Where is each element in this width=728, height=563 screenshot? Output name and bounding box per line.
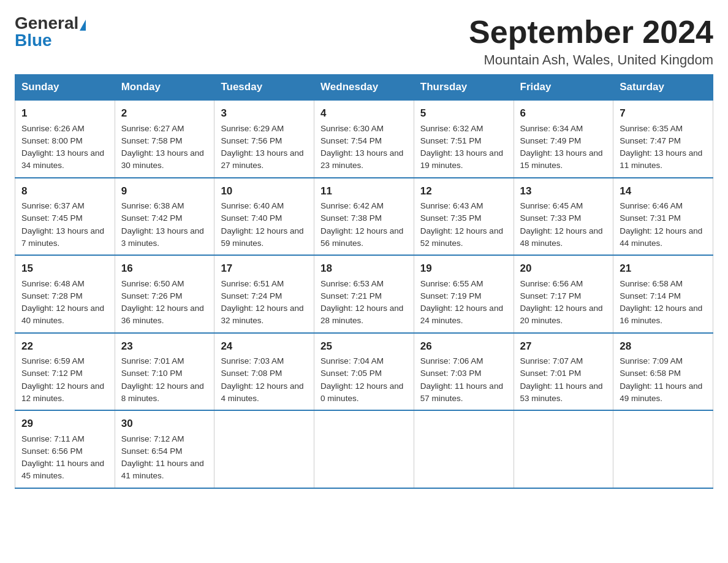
sunrise-label: Sunrise: 6:34 AM [520,124,583,133]
header-tuesday: Tuesday [214,75,314,101]
sunrise-label: Sunrise: 6:40 AM [221,201,284,210]
empty-cell-w4d3 [314,410,414,488]
empty-cell-w4d4 [414,410,514,488]
day-number: 30 [121,416,208,432]
daylight-label: Daylight: 13 hours and 11 minutes. [620,148,702,170]
day-number: 4 [320,105,408,121]
daylight-label: Daylight: 13 hours and 30 minutes. [121,148,204,170]
sunrise-label: Sunrise: 7:01 AM [121,356,184,366]
calendar-week-5: 29 Sunrise: 7:11 AM Sunset: 6:56 PM Dayl… [15,410,713,488]
calendar-day-21: 21 Sunrise: 6:58 AM Sunset: 7:14 PM Dayl… [613,255,713,333]
logo: General Blue [15,15,86,49]
daylight-label: Daylight: 13 hours and 19 minutes. [420,148,503,170]
header-thursday: Thursday [414,75,514,101]
sunset-label: Sunset: 7:42 PM [121,213,183,223]
day-number: 23 [121,339,208,354]
header-monday: Monday [115,75,214,101]
day-number: 14 [620,183,707,199]
title-section: September 2024 Mountain Ash, Wales, Unit… [469,15,713,68]
sunset-label: Sunset: 7:19 PM [420,291,482,301]
daylight-label: Daylight: 11 hours and 41 minutes. [121,459,204,480]
sunset-label: Sunset: 6:58 PM [620,369,681,378]
sunset-label: Sunset: 7:21 PM [320,291,382,301]
sunrise-label: Sunrise: 7:12 AM [121,434,184,443]
daylight-label: Daylight: 12 hours and 28 minutes. [320,304,403,325]
day-number: 21 [620,261,707,277]
day-number: 10 [221,183,308,199]
daylight-label: Daylight: 11 hours and 57 minutes. [420,381,503,403]
calendar-day-8: 8 Sunrise: 6:37 AM Sunset: 7:45 PM Dayli… [15,178,115,256]
sunrise-label: Sunrise: 6:50 AM [121,279,184,288]
day-number: 25 [320,339,408,354]
sunrise-label: Sunrise: 6:51 AM [221,279,284,288]
calendar-header-row: Sunday Monday Tuesday Wednesday Thursday… [15,75,713,101]
sunrise-label: Sunrise: 6:29 AM [221,124,284,133]
sunrise-label: Sunrise: 6:48 AM [21,279,85,288]
sunrise-label: Sunrise: 6:56 AM [520,279,583,288]
day-number: 15 [21,261,108,277]
calendar-day-15: 15 Sunrise: 6:48 AM Sunset: 7:28 PM Dayl… [15,255,115,333]
calendar-day-25: 25 Sunrise: 7:04 AM Sunset: 7:05 PM Dayl… [314,333,414,411]
calendar-week-2: 8 Sunrise: 6:37 AM Sunset: 7:45 PM Dayli… [15,178,713,256]
daylight-label: Daylight: 12 hours and 20 minutes. [520,304,603,325]
sunrise-label: Sunrise: 7:03 AM [221,356,284,366]
sunrise-label: Sunrise: 6:37 AM [21,201,85,210]
daylight-label: Daylight: 12 hours and 24 minutes. [420,304,503,325]
calendar-day-6: 6 Sunrise: 6:34 AM Sunset: 7:49 PM Dayli… [514,100,613,178]
sunset-label: Sunset: 7:35 PM [420,213,482,223]
daylight-label: Daylight: 13 hours and 15 minutes. [520,148,603,170]
calendar-day-16: 16 Sunrise: 6:50 AM Sunset: 7:26 PM Dayl… [115,255,214,333]
calendar-day-23: 23 Sunrise: 7:01 AM Sunset: 7:10 PM Dayl… [115,333,214,411]
sunrise-label: Sunrise: 6:58 AM [620,279,683,288]
sunrise-label: Sunrise: 6:27 AM [121,124,184,133]
sunset-label: Sunset: 7:10 PM [121,369,183,378]
daylight-label: Daylight: 12 hours and 56 minutes. [320,226,403,248]
empty-cell-w4d6 [613,410,713,488]
day-number: 3 [221,105,308,121]
day-number: 6 [520,105,607,121]
sunset-label: Sunset: 7:47 PM [620,136,681,145]
sunset-label: Sunset: 7:26 PM [121,291,183,301]
sunrise-label: Sunrise: 7:04 AM [320,356,384,366]
calendar-week-4: 22 Sunrise: 6:59 AM Sunset: 7:12 PM Dayl… [15,333,713,411]
calendar-day-5: 5 Sunrise: 6:32 AM Sunset: 7:51 PM Dayli… [414,100,514,178]
header-friday: Friday [514,75,613,101]
sunrise-label: Sunrise: 6:32 AM [420,124,483,133]
sunrise-label: Sunrise: 6:43 AM [420,201,483,210]
sunset-label: Sunset: 7:05 PM [320,369,382,378]
daylight-label: Daylight: 13 hours and 27 minutes. [221,148,303,170]
calendar-day-28: 28 Sunrise: 7:09 AM Sunset: 6:58 PM Dayl… [613,333,713,411]
sunrise-label: Sunrise: 7:09 AM [620,356,683,366]
daylight-label: Daylight: 12 hours and 36 minutes. [121,304,204,325]
day-number: 5 [420,105,507,121]
location-subtitle: Mountain Ash, Wales, United Kingdom [469,52,713,68]
day-number: 26 [420,339,507,354]
day-number: 11 [320,183,408,199]
calendar-day-24: 24 Sunrise: 7:03 AM Sunset: 7:08 PM Dayl… [214,333,314,411]
header-sunday: Sunday [15,75,115,101]
sunset-label: Sunset: 7:28 PM [21,291,83,301]
day-number: 27 [520,339,607,354]
day-number: 20 [520,261,607,277]
day-number: 29 [21,416,108,432]
sunrise-label: Sunrise: 6:45 AM [520,201,583,210]
daylight-label: Daylight: 12 hours and 44 minutes. [620,226,702,248]
sunrise-label: Sunrise: 6:30 AM [320,124,384,133]
daylight-label: Daylight: 12 hours and 8 minutes. [121,381,204,403]
calendar-day-14: 14 Sunrise: 6:46 AM Sunset: 7:31 PM Dayl… [613,178,713,256]
sunset-label: Sunset: 7:49 PM [520,136,582,145]
logo-general: General [15,13,78,33]
daylight-label: Daylight: 11 hours and 53 minutes. [520,381,603,403]
calendar-day-20: 20 Sunrise: 6:56 AM Sunset: 7:17 PM Dayl… [514,255,613,333]
day-number: 28 [620,339,707,354]
calendar-week-1: 1 Sunrise: 6:26 AM Sunset: 8:00 PM Dayli… [15,100,713,178]
day-number: 2 [121,105,208,121]
daylight-label: Daylight: 13 hours and 7 minutes. [21,226,104,248]
daylight-label: Daylight: 12 hours and 40 minutes. [21,304,104,325]
sunrise-label: Sunrise: 7:11 AM [21,434,85,443]
sunset-label: Sunset: 7:08 PM [221,369,282,378]
sunset-label: Sunset: 8:00 PM [21,136,83,145]
daylight-label: Daylight: 11 hours and 49 minutes. [620,381,702,403]
header-saturday: Saturday [613,75,713,101]
calendar-day-29: 29 Sunrise: 7:11 AM Sunset: 6:56 PM Dayl… [15,410,115,488]
